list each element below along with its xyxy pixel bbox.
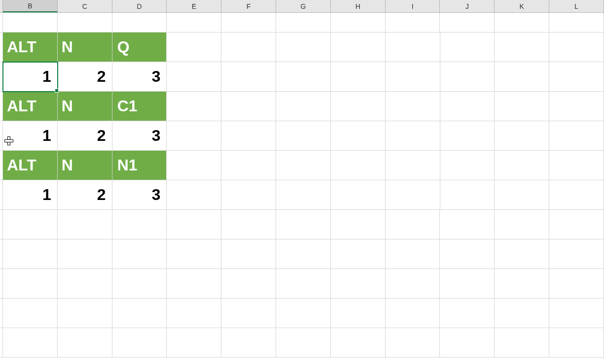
cell[interactable] <box>58 328 112 358</box>
cell[interactable] <box>167 121 221 151</box>
column-header-G[interactable]: G <box>276 0 331 12</box>
cell[interactable] <box>495 33 549 62</box>
cell[interactable] <box>221 33 276 62</box>
column-header-K[interactable]: K <box>495 0 549 12</box>
column-header-L[interactable]: L <box>549 0 604 12</box>
cell[interactable] <box>221 121 276 151</box>
cell[interactable] <box>276 13 331 33</box>
cell[interactable] <box>276 328 331 358</box>
cell[interactable] <box>276 151 331 180</box>
table-header-cell[interactable]: N1 <box>112 151 167 180</box>
cell[interactable] <box>221 298 276 328</box>
cell[interactable] <box>440 328 495 358</box>
cell[interactable] <box>440 210 495 239</box>
cell[interactable] <box>386 298 440 328</box>
cell[interactable] <box>440 92 495 121</box>
cell[interactable] <box>167 210 221 239</box>
table-data-cell[interactable]: 1 <box>3 121 58 151</box>
cell[interactable] <box>331 151 386 180</box>
cell[interactable] <box>495 121 549 151</box>
cell[interactable] <box>3 298 58 328</box>
table-data-cell[interactable]: 1 <box>3 180 58 210</box>
cell[interactable] <box>3 13 58 33</box>
cell[interactable] <box>276 62 331 92</box>
cell[interactable] <box>3 328 58 358</box>
cell[interactable] <box>495 151 549 180</box>
table-data-cell[interactable]: 2 <box>58 62 112 92</box>
cell[interactable] <box>331 210 386 239</box>
spreadsheet-grid[interactable]: B C D E F G H I J K L ALT <box>0 0 604 364</box>
cell[interactable] <box>331 62 386 92</box>
cell[interactable] <box>221 239 276 269</box>
cell[interactable] <box>495 62 549 92</box>
cell[interactable] <box>221 210 276 239</box>
cell[interactable] <box>3 269 58 298</box>
cell[interactable] <box>331 239 386 269</box>
cell[interactable] <box>386 92 440 121</box>
cell[interactable] <box>440 269 495 298</box>
cell[interactable] <box>386 13 440 33</box>
cell[interactable] <box>331 180 386 210</box>
cell[interactable] <box>386 269 440 298</box>
cell[interactable] <box>495 269 549 298</box>
table-header-cell[interactable]: C1 <box>112 92 167 121</box>
cell[interactable] <box>167 328 221 358</box>
cell[interactable] <box>167 92 221 121</box>
cell[interactable] <box>386 180 440 210</box>
column-header-F[interactable]: F <box>221 0 276 12</box>
cell[interactable] <box>221 92 276 121</box>
cell[interactable] <box>331 298 386 328</box>
column-header-C[interactable]: C <box>58 0 112 12</box>
cell[interactable] <box>112 13 167 33</box>
cell[interactable] <box>440 151 495 180</box>
cell[interactable] <box>58 269 112 298</box>
table-data-cell[interactable]: 3 <box>112 121 167 151</box>
cell[interactable] <box>58 210 112 239</box>
cell[interactable] <box>221 151 276 180</box>
table-data-cell[interactable]: 2 <box>58 121 112 151</box>
table-data-cell[interactable]: 2 <box>58 180 112 210</box>
cell[interactable] <box>112 210 167 239</box>
cell[interactable] <box>386 239 440 269</box>
cell[interactable] <box>276 239 331 269</box>
table-header-cell[interactable]: ALT <box>3 33 58 62</box>
cell[interactable] <box>495 92 549 121</box>
cell[interactable] <box>112 298 167 328</box>
cell[interactable] <box>549 239 604 269</box>
cell[interactable] <box>495 298 549 328</box>
cell[interactable] <box>440 239 495 269</box>
cell[interactable] <box>495 13 549 33</box>
cell[interactable] <box>276 269 331 298</box>
cell[interactable] <box>276 210 331 239</box>
cell[interactable] <box>331 328 386 358</box>
cell[interactable] <box>440 13 495 33</box>
table-header-cell[interactable]: N <box>58 33 112 62</box>
cell[interactable] <box>386 151 440 180</box>
cell[interactable] <box>58 239 112 269</box>
column-header-B[interactable]: B <box>3 0 58 12</box>
table-data-cell[interactable]: 3 <box>112 62 167 92</box>
table-header-cell[interactable]: Q <box>112 33 167 62</box>
cell[interactable] <box>549 298 604 328</box>
cell[interactable] <box>167 180 221 210</box>
cell[interactable] <box>549 328 604 358</box>
cell[interactable] <box>331 33 386 62</box>
cell[interactable] <box>167 13 221 33</box>
table-header-cell[interactable]: N <box>58 151 112 180</box>
cell[interactable] <box>549 62 604 92</box>
cell[interactable] <box>549 13 604 33</box>
cell[interactable] <box>495 210 549 239</box>
cell[interactable] <box>331 121 386 151</box>
cell[interactable] <box>112 328 167 358</box>
cell[interactable] <box>440 298 495 328</box>
cell[interactable] <box>386 210 440 239</box>
cell[interactable] <box>3 239 58 269</box>
cell[interactable] <box>331 269 386 298</box>
cell[interactable] <box>221 328 276 358</box>
active-cell[interactable]: 1 <box>3 62 58 92</box>
cell[interactable] <box>386 33 440 62</box>
cell[interactable] <box>167 269 221 298</box>
cell[interactable] <box>386 328 440 358</box>
cell[interactable] <box>58 13 112 33</box>
column-header-D[interactable]: D <box>112 0 167 12</box>
